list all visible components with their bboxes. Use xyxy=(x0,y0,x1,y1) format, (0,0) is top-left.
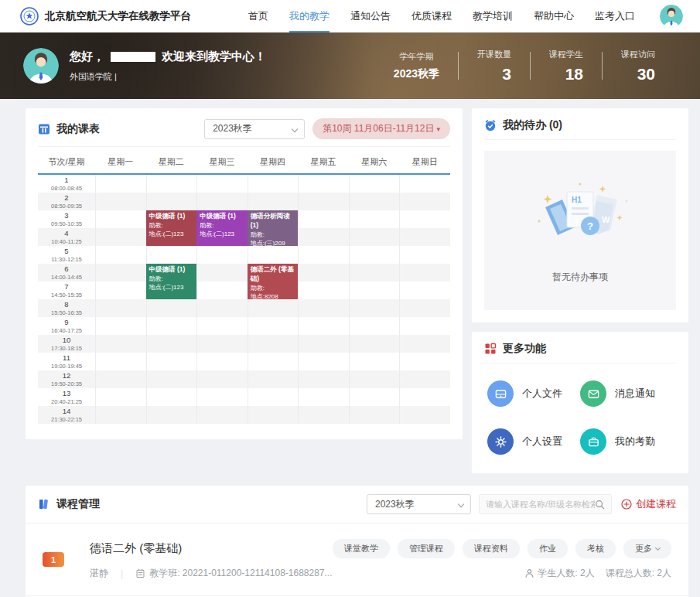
course-title-line: 德语二外 (零基础)课堂教学管理课程课程资料作业考核更多 xyxy=(90,539,671,558)
mail-icon xyxy=(580,380,606,407)
top-navbar: 北京航空航天大学在线教学平台 首页我的教学通知公告优质课程教学培训帮助中心监考入… xyxy=(0,0,700,32)
period-time: 14:00-14:45 xyxy=(51,274,82,281)
schedule-term-select[interactable]: 2023秋季 xyxy=(204,119,305,139)
course-counts: 学生人数: 2人课程总人数: 2人 xyxy=(524,567,671,580)
schedule-cell xyxy=(298,353,349,370)
user-avatar[interactable] xyxy=(660,5,683,28)
schedule-cell xyxy=(196,388,248,406)
event-assistant: 助教: xyxy=(149,221,194,230)
nav-item-4[interactable]: 优质课程 xyxy=(411,0,452,32)
schedule-col-day: 星期二 xyxy=(146,156,197,168)
schedule-cell xyxy=(349,370,400,388)
course-event[interactable]: 中级德语 (1)助教:地点:(二)123 xyxy=(146,264,197,299)
schedule-cell xyxy=(349,317,400,335)
event-title: 中级德语 (1) xyxy=(200,212,244,221)
banner-stat: 开课数量3 xyxy=(459,49,530,84)
action-课堂教学[interactable]: 课堂教学 xyxy=(333,539,390,558)
action-管理课程[interactable]: 管理课程 xyxy=(398,539,455,558)
action-考核[interactable]: 考核 xyxy=(575,539,616,558)
gear-icon xyxy=(487,428,514,455)
class-info: 教学班: 20221-011200-12114108-1688287... xyxy=(135,567,332,580)
schedule-cell xyxy=(349,193,400,210)
more-item-attendance[interactable]: 我的考勤 xyxy=(580,428,673,455)
period-number: 3 xyxy=(64,212,68,220)
period-label: 410:40-11:25 xyxy=(38,228,95,246)
course-event[interactable]: 德语分析阅读 (1)助教:地点:(三)209 xyxy=(248,210,299,246)
create-course-button[interactable]: 创建课程 xyxy=(621,497,676,511)
nav-item-5[interactable]: 教学培训 xyxy=(473,0,513,32)
course-search-input[interactable] xyxy=(486,500,595,509)
course-row-main: 1德语二外 (零基础)课堂教学管理课程课程资料作业考核更多湛静|教学班: 202… xyxy=(43,539,671,580)
nav-item-3[interactable]: 通知公告 xyxy=(350,0,391,32)
schedule-cell xyxy=(399,299,450,317)
banner-stat: 课程学生18 xyxy=(531,49,602,84)
teacher-name: 湛静 xyxy=(90,567,108,580)
schedule-cell xyxy=(95,193,146,210)
schedule-cell xyxy=(146,317,197,335)
grid-icon xyxy=(484,343,497,355)
period-label: 208:50-09:35 xyxy=(38,193,95,210)
period-time: 08:50-09:35 xyxy=(51,203,82,210)
course-search xyxy=(479,494,612,514)
meta-divider: | xyxy=(121,568,123,579)
period-number: 12 xyxy=(63,372,71,380)
course-event[interactable]: 中级德语 (1)助教:地点:(二)123 xyxy=(146,210,197,246)
schedule-cell xyxy=(399,246,450,264)
schedule-cell xyxy=(298,370,349,388)
period-time: 19:00-19:45 xyxy=(51,363,82,370)
nav-item-2[interactable]: 我的教学 xyxy=(289,0,330,32)
class-info-text: 教学班: 20221-011200-12114108-1688287... xyxy=(149,567,332,580)
course-event[interactable]: 中级德语 (1)助教:地点:(二)123 xyxy=(196,210,248,246)
period-time: 15:50-16:35 xyxy=(51,309,82,316)
stat-label: 开课数量 xyxy=(477,49,511,60)
stat-value: 30 xyxy=(637,65,655,84)
schedule-cell xyxy=(298,193,349,210)
nav-menu: 首页我的教学通知公告优质课程教学培训帮助中心监考入口 xyxy=(248,0,635,32)
person-icon xyxy=(524,568,534,578)
period-number: 8 xyxy=(64,301,68,309)
week-selector[interactable]: 第10周 11月06日-11月12日▾ xyxy=(312,118,450,139)
courses-term-select[interactable]: 2023秋季 xyxy=(367,494,471,514)
stat-value: 18 xyxy=(565,65,583,84)
course-list: 1德语二外 (零基础)课堂教学管理课程课程资料作业考核更多湛静|教学班: 202… xyxy=(26,524,688,597)
schedule-cell xyxy=(298,175,349,193)
stat-label: 课程访问 xyxy=(621,49,655,60)
event-location: 地点:(二)123 xyxy=(149,230,194,239)
period-number: 5 xyxy=(64,247,68,255)
course-event[interactable]: 德语二外 (零基础)助教:地点:8208 xyxy=(248,264,299,299)
course-title[interactable]: 德语二外 (零基础) xyxy=(90,541,182,556)
event-title: 中级德语 (1) xyxy=(149,212,194,221)
nav-item-7[interactable]: 监考入口 xyxy=(595,0,635,32)
course-index-badge: 1 xyxy=(43,552,64,567)
action-作业[interactable]: 作业 xyxy=(528,539,568,558)
clipboard-icon xyxy=(135,568,145,578)
stat-value: 2023秋季 xyxy=(394,67,439,81)
schedule-cell xyxy=(298,335,349,353)
nav-item-1[interactable]: 首页 xyxy=(248,0,268,32)
nav-item-6[interactable]: 帮助中心 xyxy=(534,0,574,32)
period-time: 17:30-18:15 xyxy=(51,345,82,352)
schedule-cell xyxy=(298,317,349,335)
more-item-drive[interactable]: 个人文件 xyxy=(487,380,580,407)
schedule-cell xyxy=(349,281,400,299)
schedule-cell xyxy=(95,317,146,335)
schedule-cell xyxy=(399,228,450,246)
schedule-col-day: 星期四 xyxy=(248,156,299,168)
schedule-cell xyxy=(349,228,400,246)
action-课程资料[interactable]: 课程资料 xyxy=(463,539,520,558)
schedule-term-value: 2023秋季 xyxy=(213,122,252,135)
more-item-mail[interactable]: 消息通知 xyxy=(580,380,673,407)
schedule-cell xyxy=(349,335,400,353)
schedule-cell xyxy=(399,317,450,335)
action-更多[interactable]: 更多 xyxy=(623,539,671,558)
todo-title: 我的待办 (0) xyxy=(503,118,562,132)
event-title: 中级德语 (1) xyxy=(149,265,194,275)
schedule-cell xyxy=(248,193,299,210)
more-item-gear[interactable]: 个人设置 xyxy=(487,428,580,455)
more-title: 更多功能 xyxy=(503,342,546,356)
schedule-cell xyxy=(248,175,299,193)
period-label: 1219:50-20:35 xyxy=(38,370,95,388)
search-icon[interactable] xyxy=(595,500,605,510)
period-number: 6 xyxy=(64,265,68,273)
brand-logo[interactable]: 北京航空航天大学在线教学平台 xyxy=(20,7,191,26)
